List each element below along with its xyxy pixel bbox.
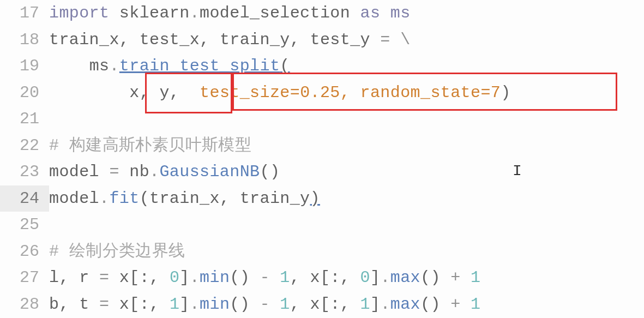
code-line[interactable]: 20 x, y, test_size=0.25, random_state=7) [0, 80, 644, 106]
code-content[interactable]: model = nb.GaussianNB() [49, 159, 280, 185]
code-line[interactable]: 26# 绘制分类边界线 [0, 238, 644, 265]
code-token: train_test_split [119, 57, 280, 75]
line-number: 17 [0, 0, 49, 27]
code-token: ] [179, 268, 189, 287]
code-token [250, 295, 260, 314]
code-line[interactable]: 27l, r = x[:, 0].min() - 1, x[:, 0].max(… [0, 265, 644, 291]
code-content[interactable]: x, y, test_size=0.25, random_state=7) [49, 80, 511, 106]
code-token: . [380, 268, 390, 287]
code-token: , [170, 83, 190, 102]
code-token [370, 31, 380, 49]
code-token: ) [310, 189, 320, 208]
code-line[interactable]: 18train_x, test_x, train_y, test_y = \ [0, 27, 644, 53]
code-token [461, 295, 471, 314]
code-token: max [390, 295, 420, 314]
code-token [49, 57, 89, 75]
code-token: # [49, 242, 69, 261]
code-token: y [159, 83, 169, 102]
code-token: train_y [220, 31, 290, 49]
code-token: train_x [49, 31, 119, 49]
code-token: 1 [170, 295, 179, 314]
code-token: 0.25 [300, 83, 340, 102]
line-number: 23 [0, 159, 49, 185]
code-content[interactable]: train_x, test_x, train_y, test_y = \ [49, 27, 411, 53]
code-token: . [190, 4, 200, 22]
code-content[interactable]: import sklearn.model_selection as ms [49, 0, 411, 27]
code-token: x [310, 268, 320, 287]
code-token: test_y [310, 31, 370, 49]
code-token: = [290, 83, 300, 102]
line-number: 19 [0, 53, 49, 80]
code-token: () [230, 295, 250, 314]
code-token: GaussianNB [159, 163, 260, 181]
code-token: , [59, 295, 79, 314]
code-token [270, 295, 280, 314]
code-token [89, 268, 99, 287]
code-line[interactable]: 28b, t = x[:, 1].min() - 1, x[:, 1].max(… [0, 291, 644, 318]
code-editor[interactable]: I 17import sklearn.model_selection as ms… [0, 0, 644, 318]
code-token: () [420, 268, 441, 287]
code-token: [ [129, 268, 139, 287]
code-token: 绘制分类边界线 [69, 242, 185, 261]
code-line[interactable]: 25 [0, 212, 644, 238]
code-token: test_x [140, 31, 200, 49]
code-token: . [99, 189, 109, 208]
code-token: , [119, 31, 140, 49]
code-line[interactable]: 23model = nb.GaussianNB() [0, 159, 644, 185]
code-token [250, 268, 260, 287]
code-token: , [220, 189, 240, 208]
code-token: random_state [360, 83, 481, 102]
code-line[interactable]: 24model.fit(train_x, train_y) [0, 185, 644, 212]
code-token: min [200, 295, 230, 314]
line-number: 27 [0, 265, 49, 291]
code-token: ] [370, 268, 380, 287]
code-token: test_size [200, 83, 290, 102]
text-cursor-icon: I [513, 163, 522, 179]
code-token: , [149, 268, 170, 287]
code-content[interactable]: # 绘制分类边界线 [49, 238, 185, 265]
code-token: train_y [240, 189, 310, 208]
code-line[interactable]: 22# 构建高斯朴素贝叶斯模型 [0, 133, 644, 159]
code-token: , [140, 83, 160, 102]
code-content[interactable]: b, t = x[:, 1].min() - 1, x[:, 1].max() … [49, 291, 480, 318]
code-token: , [340, 295, 360, 314]
code-token [441, 268, 450, 287]
code-token: , [340, 268, 360, 287]
code-line[interactable]: 21 [0, 106, 644, 133]
code-token [49, 83, 129, 102]
code-token: - [260, 295, 270, 314]
code-content[interactable]: ms.train_test_split( [49, 53, 290, 80]
line-number: 25 [0, 212, 49, 238]
code-token: 1 [360, 295, 370, 314]
code-token: . [190, 295, 200, 314]
code-token: sklearn [119, 4, 190, 22]
code-line[interactable]: 17import sklearn.model_selection as ms [0, 0, 644, 27]
code-token: [ [320, 268, 330, 287]
code-token: . [149, 163, 159, 181]
code-token: ) [501, 83, 510, 102]
code-token: ( [140, 189, 149, 208]
code-token: x [119, 295, 129, 314]
line-number: 18 [0, 27, 49, 53]
code-token: # [49, 136, 69, 155]
line-number: 21 [0, 106, 49, 133]
code-token: ] [370, 295, 380, 314]
code-token: = [99, 295, 109, 314]
code-token: + [450, 268, 460, 287]
code-content[interactable]: # 构建高斯朴素贝叶斯模型 [49, 133, 251, 159]
code-token [109, 268, 119, 287]
code-token: model [49, 163, 99, 181]
code-token: r [79, 268, 89, 287]
line-number: 24 [0, 185, 49, 212]
code-token: x [119, 268, 129, 287]
code-token: : [330, 268, 340, 287]
code-token: + [450, 295, 460, 314]
code-line[interactable]: 19 ms.train_test_split( [0, 53, 644, 80]
code-token: nb [129, 163, 149, 181]
code-token: 构建高斯朴素贝叶斯模型 [69, 136, 251, 155]
code-content[interactable]: l, r = x[:, 0].min() - 1, x[:, 0].max() … [49, 265, 480, 291]
code-token: 7 [491, 83, 501, 102]
code-content[interactable]: model.fit(train_x, train_y) [49, 185, 320, 212]
code-token [441, 295, 450, 314]
code-token [390, 31, 400, 49]
